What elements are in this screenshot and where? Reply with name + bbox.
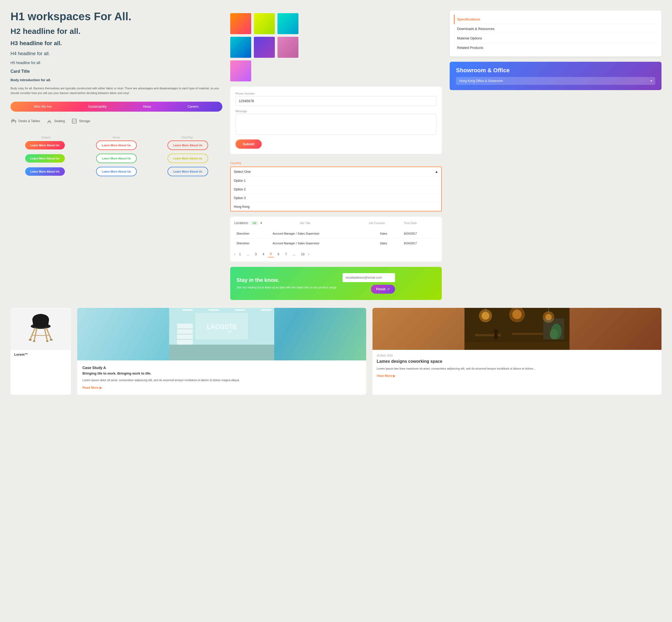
svg-rect-6 (47, 122, 48, 124)
nav-item-news[interactable]: News (143, 105, 151, 108)
btn-orange-default[interactable]: Learn More About Us (25, 141, 65, 149)
dropdown-wrapper: Select One ▲ Option 1 Option 2 Option 3 … (230, 167, 442, 211)
showroom-dropdown[interactable]: Hong Kong Office & Showroom ▾ (456, 77, 655, 85)
dropdown-selected-text: Select One (234, 170, 251, 174)
pg-ellipsis2: ... (291, 251, 297, 257)
newsletter-body: Join our mailing list to keep up to date… (236, 285, 337, 290)
message-input[interactable] (235, 114, 437, 135)
job-function-2: Sales (378, 239, 402, 248)
dropdown-options: Option 1 Option 2 Option 3 Hong Kong (231, 176, 442, 211)
nav-item-sustainability[interactable]: Sustainability (88, 105, 107, 108)
pg-prev[interactable]: ‹ (234, 252, 235, 256)
category-desks[interactable]: Desks & Tables (10, 118, 40, 124)
phone-input[interactable] (235, 96, 437, 106)
dropdown-option-3[interactable]: Option 3 (231, 194, 442, 203)
nav-item-careers[interactable]: Careers (187, 105, 199, 108)
newsletter-title: Stay in the know. (236, 277, 337, 283)
btn-green-hover[interactable]: Learn More About Us (96, 154, 137, 163)
filter-all[interactable]: All (251, 221, 258, 225)
body-copy: Body copy for all. Banners themselves ar… (10, 86, 222, 95)
pg-7[interactable]: 7 (283, 251, 289, 257)
pg-10[interactable]: 10 (299, 251, 307, 257)
view-more-link[interactable]: View More ▶ (377, 374, 657, 378)
read-more-link[interactable]: Read More ▶ (82, 386, 361, 389)
tab-downloads[interactable]: Downloads & Resources (454, 24, 657, 34)
svg-rect-32 (261, 309, 272, 311)
showroom-location: Hong Kong Office & Showroom (459, 79, 503, 83)
newsletter-email-input[interactable] (343, 273, 395, 282)
svg-rect-44 (512, 333, 544, 335)
heading-h5: H5 headline for all. (10, 61, 222, 65)
tab-related[interactable]: Related Products (454, 43, 657, 52)
svg-rect-50 (494, 334, 498, 339)
dropdown-option-1[interactable]: Option 1 (231, 176, 442, 185)
btn-green-click[interactable]: Learn More About Us (167, 154, 208, 163)
svg-point-19 (46, 341, 48, 342)
product-card: Lorem™ (10, 308, 71, 395)
form-section: Phone Number Message Submit (230, 87, 442, 154)
swatch-yellow-green (254, 13, 275, 34)
seating-label: Seating (54, 119, 65, 123)
pg-5[interactable]: 5 (268, 251, 274, 257)
blog-card: 16 April, 2018 Lamex designs coworking s… (372, 308, 662, 395)
pagination: ‹ 1 ... 3 4 5 6 7 ... 10 › (234, 251, 438, 257)
category-storage[interactable]: Storage (71, 118, 90, 124)
tab-materials[interactable]: Material Options (454, 34, 657, 43)
finish-button[interactable]: Finish ✓ (371, 285, 395, 293)
coworking-illustration (372, 308, 662, 350)
pg-6[interactable]: 6 (275, 251, 282, 257)
case-study-subtitle: Bringing life to work. Bringing work to … (82, 371, 361, 375)
seating-icon (46, 118, 52, 124)
svg-rect-28 (169, 345, 274, 360)
office-illustration: LACOSTE (77, 308, 366, 360)
dropdown-option-2[interactable]: Option 2 (231, 185, 442, 194)
pg-next[interactable]: › (308, 252, 309, 256)
btn-orange-click[interactable]: Learn More About Us (167, 141, 208, 150)
storage-icon (71, 118, 77, 124)
swatches-section (230, 10, 442, 81)
btn-label-click: Click/Top (152, 136, 222, 139)
heading-h2: H2 headline for all. (10, 27, 222, 36)
svg-rect-3 (11, 119, 15, 120)
svg-point-18 (33, 341, 35, 342)
svg-text:LACOSTE: LACOSTE (207, 323, 237, 330)
filter-chevron-icon: ▾ (260, 221, 262, 225)
category-row: Desks & Tables Seating (10, 116, 222, 126)
newsletter-text: Stay in the know. Join our mailing list … (236, 277, 337, 290)
col-post-date: Post Date (404, 221, 438, 224)
category-seating[interactable]: Seating (46, 118, 65, 124)
pg-3[interactable]: 3 (253, 251, 259, 257)
submit-button[interactable]: Submit (235, 139, 262, 149)
body-intro: Body introduction for all. (10, 78, 222, 82)
blog-title: Lamex designs coworking space (377, 359, 657, 364)
heading-h4: H4 headline for all. (10, 51, 222, 57)
col-job-title: Job Title (300, 221, 367, 224)
heading-h3: H3 headline for all. (10, 40, 222, 47)
job-title-1: Account Manager / Sales Supervisor (270, 229, 378, 239)
dropdown-option-hk[interactable]: Hong Kong (231, 203, 442, 211)
dropdown-selected[interactable]: Select One ▲ (231, 167, 442, 176)
tab-specifications[interactable]: Specifications (454, 15, 657, 24)
svg-rect-0 (11, 120, 16, 122)
nav-item-who[interactable]: Who We Are (34, 105, 52, 108)
newsletter-form: Finish ✓ (343, 273, 395, 293)
btn-orange-hover[interactable]: Learn More About Us (96, 141, 137, 150)
btn-blue-hover[interactable]: Learn More About Us (96, 167, 137, 176)
chevron-up-icon: ▲ (435, 170, 438, 174)
btn-green-default[interactable]: Learn More About Us (25, 154, 65, 163)
btn-blue-click[interactable]: Learn More About Us (167, 167, 208, 176)
desks-label: Desks & Tables (18, 119, 40, 123)
middle-column: Phone Number Message Submit Country Sele… (230, 10, 442, 300)
pg-4[interactable]: 4 (260, 251, 266, 257)
job-location-1: Shenzhen (234, 229, 271, 239)
storage-label: Storage (79, 119, 90, 123)
swatch-orange-red (230, 13, 251, 34)
svg-rect-1 (11, 122, 12, 123)
table-row: Shenzhen Account Manager / Sales Supervi… (234, 229, 438, 239)
btn-label-hover: Hover (81, 136, 152, 139)
bottom-section: Lorem™ LACOSTE (10, 308, 662, 395)
btn-blue-default[interactable]: Learn More About Us (25, 167, 65, 176)
svg-rect-5 (48, 120, 50, 122)
swatch-teal-blue2 (230, 37, 251, 58)
pg-1[interactable]: 1 (237, 251, 243, 257)
